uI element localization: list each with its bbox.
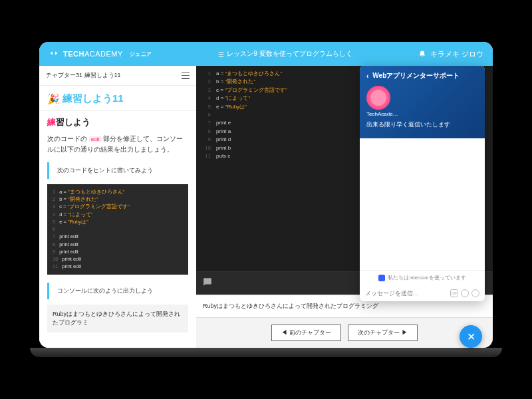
chat-title: Webアプリメンターサポート — [372, 71, 460, 80]
code-icon — [49, 48, 59, 60]
menu-icon[interactable] — [182, 72, 190, 79]
next-chapter-button[interactable]: 次のチャプター ▶ — [348, 325, 418, 341]
sparkle-icon: 🎉 — [47, 93, 60, 105]
close-icon: ✕ — [467, 331, 475, 343]
intercom-branding[interactable]: 私たちはIntercomを使っています — [360, 271, 485, 285]
brand-junior: ジュニア — [130, 51, 152, 58]
attachment-icon[interactable] — [471, 289, 479, 297]
chapter-label: チャプター31 練習しよう11 — [46, 71, 121, 80]
logo[interactable]: TECHACADEMY ジュニア — [49, 48, 152, 60]
hint-code: 1a = "まつもとゆきひろさん"2b = "開発された"3c = "プログラミ… — [47, 184, 188, 275]
prev-chapter-button[interactable]: ◀ 前のチャプター — [271, 325, 341, 341]
list-icon: ☰ — [218, 51, 224, 58]
lesson-title[interactable]: ☰ レッスン9 変数を使ってプログラムらしく — [152, 49, 418, 59]
chapter-title: 練習しよう11 — [63, 92, 124, 105]
chevron-left-icon[interactable]: ‹ — [366, 72, 368, 80]
chat-message-input[interactable] — [365, 290, 448, 297]
gif-icon[interactable]: GIF — [450, 289, 458, 297]
edit-badge: edit — [89, 136, 102, 142]
expected-output: Rubyはまつもとゆきひろさんによって開発されたプログラミ — [47, 305, 188, 332]
instruction-text: 次のコードの edit 部分を修正して、コンソールに以下の通りの結果を出力しまし… — [39, 131, 196, 160]
emoji-icon[interactable] — [461, 289, 469, 297]
bot-avatar — [366, 86, 390, 110]
brand-text: TECHACADEMY — [63, 50, 123, 58]
chat-greeting: 出来る限り早く返信いたします — [366, 121, 478, 129]
comment-icon — [203, 277, 212, 287]
bell-icon[interactable] — [418, 49, 426, 59]
lesson-panel: チャプター31 練習しよう11 🎉 練習しよう11 練習しよう 次のコードの e… — [39, 66, 196, 348]
laptop-base — [30, 348, 502, 357]
console-heading: コンソールに次のように出力しよう — [47, 283, 188, 299]
intercom-icon — [378, 275, 385, 281]
app-header: TECHACADEMY ジュニア ☰ レッスン9 変数を使ってプログラムらしく … — [39, 42, 493, 66]
chat-close-button[interactable]: ✕ — [460, 325, 482, 348]
section-heading: 練習しよう — [39, 111, 196, 131]
support-chat: ‹ Webアプリメンターサポート TechAcade… 出来る限り早く返信いたし… — [360, 66, 485, 301]
bot-name: TechAcade… — [366, 111, 478, 117]
user-name[interactable]: キラメキ ジロウ — [430, 49, 483, 59]
hint-heading: 次のコードをヒントに書いてみよう — [47, 162, 188, 179]
